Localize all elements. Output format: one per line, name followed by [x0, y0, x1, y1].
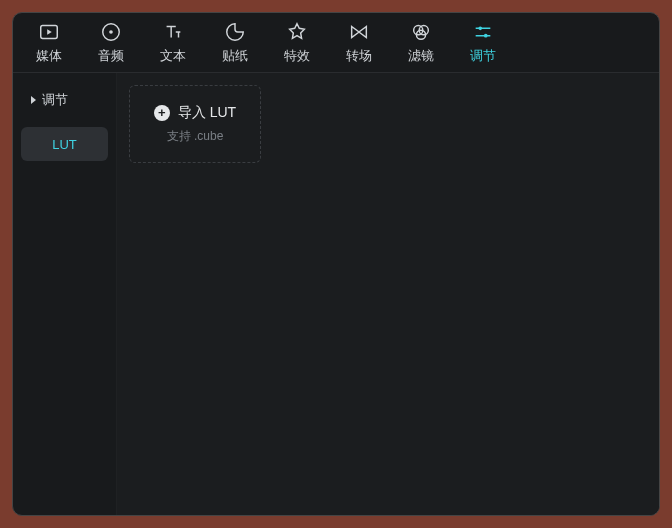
tab-effect[interactable]: 特效	[267, 14, 327, 72]
filter-icon	[410, 21, 432, 43]
sidebar: 调节 LUT	[13, 73, 117, 515]
tab-filter[interactable]: 滤镜	[391, 14, 451, 72]
media-icon	[38, 21, 60, 43]
content-panel: + 导入 LUT 支持 .cube	[117, 73, 659, 515]
svg-point-7	[484, 33, 488, 37]
effect-icon	[286, 21, 308, 43]
app-window: 媒体 音频 文本 贴纸 特效	[12, 12, 660, 516]
import-lut-title-row: + 导入 LUT	[154, 104, 236, 122]
adjust-icon	[472, 21, 494, 43]
tab-text[interactable]: 文本	[143, 14, 203, 72]
text-icon	[162, 21, 184, 43]
work-area: 调节 LUT + 导入 LUT 支持 .cube	[13, 73, 659, 515]
tab-label: 滤镜	[408, 47, 434, 65]
import-lut-subtitle: 支持 .cube	[167, 128, 224, 145]
tab-transition[interactable]: 转场	[329, 14, 389, 72]
import-lut-card[interactable]: + 导入 LUT 支持 .cube	[129, 85, 261, 163]
audio-icon	[100, 21, 122, 43]
import-lut-title: 导入 LUT	[178, 104, 236, 122]
tab-label: 音频	[98, 47, 124, 65]
tab-label: 转场	[346, 47, 372, 65]
sticker-icon	[224, 21, 246, 43]
top-tabbar: 媒体 音频 文本 贴纸 特效	[13, 13, 659, 73]
tab-label: 媒体	[36, 47, 62, 65]
tab-sticker[interactable]: 贴纸	[205, 14, 265, 72]
tab-audio[interactable]: 音频	[81, 14, 141, 72]
sidebar-item-lut[interactable]: LUT	[21, 127, 108, 161]
plus-icon: +	[154, 105, 170, 121]
tab-label: 贴纸	[222, 47, 248, 65]
sidebar-item-label: 调节	[42, 91, 68, 109]
tab-media[interactable]: 媒体	[19, 14, 79, 72]
tab-label: 特效	[284, 47, 310, 65]
sidebar-item-label: LUT	[52, 137, 77, 152]
svg-point-6	[478, 26, 482, 30]
tab-label: 调节	[470, 47, 496, 65]
svg-point-2	[109, 30, 113, 34]
tab-adjust[interactable]: 调节	[453, 14, 513, 72]
transition-icon	[348, 21, 370, 43]
tab-label: 文本	[160, 47, 186, 65]
sidebar-item-adjust[interactable]: 调节	[21, 83, 108, 117]
chevron-right-icon	[31, 96, 36, 104]
